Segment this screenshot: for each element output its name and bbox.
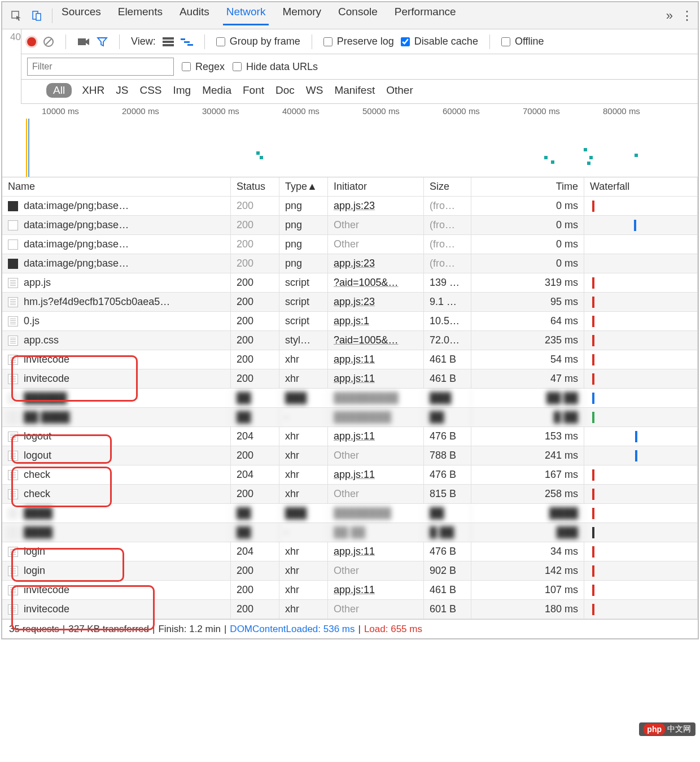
col-status[interactable]: Status: [231, 177, 279, 196]
col-type[interactable]: Type▲: [279, 177, 328, 196]
table-row[interactable]: █████████████████████████ ██: [2, 389, 698, 408]
table-row[interactable]: ██ ██████·███████████ ██: [2, 408, 698, 427]
request-name: invitecode: [24, 603, 69, 615]
request-initiator[interactable]: ?aid=1005&…: [334, 334, 399, 346]
request-initiator[interactable]: app.js:23: [334, 296, 375, 308]
filter-pill-css[interactable]: CSS: [139, 84, 161, 96]
table-row[interactable]: app.css200styl…?aid=1005&…72.0…235 ms: [2, 331, 698, 350]
waterfall-bar: [592, 373, 594, 385]
waterfall-bar: [592, 393, 594, 404]
table-row[interactable]: data:image/png;base…200pngapp.js:23(fro……: [2, 197, 698, 216]
device-toggle-icon[interactable]: [27, 6, 46, 25]
tab-performance[interactable]: Performance: [391, 6, 460, 25]
record-button[interactable]: [27, 37, 36, 46]
request-initiator[interactable]: app.js:11: [334, 354, 375, 365]
table-row[interactable]: check204xhrapp.js:11476 B167 ms: [2, 465, 698, 485]
table-row[interactable]: invitecode200xhrapp.js:11461 B107 ms: [2, 581, 698, 600]
filter-icon[interactable]: [97, 36, 108, 47]
camera-icon[interactable]: [77, 37, 90, 46]
request-type: xhr: [279, 369, 328, 388]
table-row[interactable]: logout200xhrOther788 B241 ms: [2, 446, 698, 465]
waterfall-bar: [592, 546, 594, 558]
filter-pill-font[interactable]: Font: [243, 84, 264, 96]
request-size: ███: [424, 389, 471, 407]
filter-pill-js[interactable]: JS: [116, 84, 128, 96]
table-row[interactable]: data:image/png;base…200pngOther(fro…0 ms: [2, 216, 698, 235]
filter-pill-doc[interactable]: Doc: [275, 84, 295, 96]
more-tabs-icon[interactable]: »: [666, 8, 673, 23]
request-initiator[interactable]: app.js:11: [334, 469, 375, 481]
col-name[interactable]: Name: [2, 177, 231, 196]
request-type: xhr: [279, 446, 328, 465]
filter-pill-ws[interactable]: WS: [306, 84, 323, 96]
regex-checkbox[interactable]: Regex: [182, 61, 225, 73]
request-initiator[interactable]: app.js:1: [334, 315, 369, 327]
tab-audits[interactable]: Audits: [176, 6, 213, 25]
col-initiator[interactable]: Initiator: [328, 177, 424, 196]
request-initiator[interactable]: ?aid=1005&…: [334, 277, 399, 289]
request-initiator[interactable]: app.js:23: [334, 258, 375, 269]
timeline-tick: 70000 ms: [523, 106, 560, 116]
table-row[interactable]: login200xhrOther902 B142 ms: [2, 561, 698, 581]
col-waterfall[interactable]: Waterfall: [584, 177, 698, 196]
group-by-frame-checkbox[interactable]: Group by frame: [216, 36, 300, 47]
filter-pill-other[interactable]: Other: [386, 84, 413, 96]
table-row[interactable]: app.js200script?aid=1005&…139 …319 ms: [2, 273, 698, 293]
waterfall-view-icon[interactable]: [181, 37, 193, 46]
large-rows-icon[interactable]: [163, 37, 174, 46]
kebab-menu-icon[interactable]: ⋮: [681, 8, 693, 23]
request-name: 0.js: [24, 315, 40, 327]
table-row[interactable]: data:image/png;base…200pngapp.js:23(fro……: [2, 254, 698, 273]
request-initiator[interactable]: app.js:11: [334, 430, 375, 442]
request-status: 200: [231, 561, 279, 580]
timeline-overview[interactable]: 10000 ms20000 ms30000 ms40000 ms50000 ms…: [2, 104, 698, 177]
hide-data-urls-checkbox[interactable]: Hide data URLs: [233, 61, 318, 73]
filter-pill-media[interactable]: Media: [202, 84, 231, 96]
tab-memory[interactable]: Memory: [279, 6, 325, 25]
clear-icon[interactable]: [43, 36, 54, 47]
filter-pill-manifest[interactable]: Manifest: [334, 84, 375, 96]
request-time: 0 ms: [471, 254, 584, 273]
request-status: 200: [231, 273, 279, 292]
disable-cache-checkbox[interactable]: Disable cache: [401, 36, 478, 47]
filter-pill-img[interactable]: Img: [173, 84, 191, 96]
table-row[interactable]: logout204xhrapp.js:11476 B153 ms: [2, 427, 698, 446]
filter-pill-xhr[interactable]: XHR: [82, 84, 104, 96]
request-type: script: [279, 273, 328, 292]
request-type: xhr: [279, 600, 328, 619]
tab-elements[interactable]: Elements: [115, 6, 166, 25]
table-row[interactable]: invitecode200xhrapp.js:11461 B47 ms: [2, 369, 698, 389]
table-row[interactable]: hm.js?ef4d9ecfb1705cb0aea5…200scriptapp.…: [2, 293, 698, 312]
table-row[interactable]: invitecode200xhrOther601 B180 ms: [2, 600, 698, 619]
table-row[interactable]: 0.js200scriptapp.js:110.5…64 ms: [2, 312, 698, 331]
table-row[interactable]: ███████████████████████: [2, 504, 698, 523]
col-size[interactable]: Size: [424, 177, 471, 196]
filter-all-pill[interactable]: All: [46, 83, 72, 98]
request-type: xhr: [279, 581, 328, 599]
offline-checkbox[interactable]: Offline: [501, 36, 544, 47]
preserve-log-checkbox[interactable]: Preserve log: [323, 36, 394, 47]
table-row[interactable]: ██████·██ ███ █████: [2, 523, 698, 542]
request-name: check: [24, 488, 50, 500]
tab-sources[interactable]: Sources: [58, 6, 104, 25]
request-size: 9.1 …: [424, 293, 471, 311]
timeline-tick: 80000 ms: [603, 106, 640, 116]
inspect-icon[interactable]: [7, 6, 26, 25]
request-initiator[interactable]: app.js:11: [334, 584, 375, 596]
filter-input[interactable]: [27, 58, 174, 76]
request-time: 0 ms: [471, 235, 584, 254]
request-initiator[interactable]: app.js:23: [334, 200, 375, 212]
request-initiator: ████████: [334, 507, 391, 519]
table-row[interactable]: invitecode200xhrapp.js:11461 B54 ms: [2, 350, 698, 369]
sb-requests: 35 requests: [9, 624, 59, 635]
col-time[interactable]: Time: [471, 177, 584, 196]
table-row[interactable]: data:image/png;base…200pngOther(fro…0 ms: [2, 235, 698, 254]
request-name: logout: [24, 450, 51, 461]
tab-network[interactable]: Network: [223, 6, 269, 25]
request-status: 204: [231, 542, 279, 561]
request-initiator[interactable]: app.js:11: [334, 373, 375, 385]
table-row[interactable]: check200xhrOther815 B258 ms: [2, 485, 698, 504]
table-row[interactable]: login204xhrapp.js:11476 B34 ms: [2, 542, 698, 561]
request-initiator[interactable]: app.js:11: [334, 546, 375, 558]
tab-console[interactable]: Console: [335, 6, 381, 25]
